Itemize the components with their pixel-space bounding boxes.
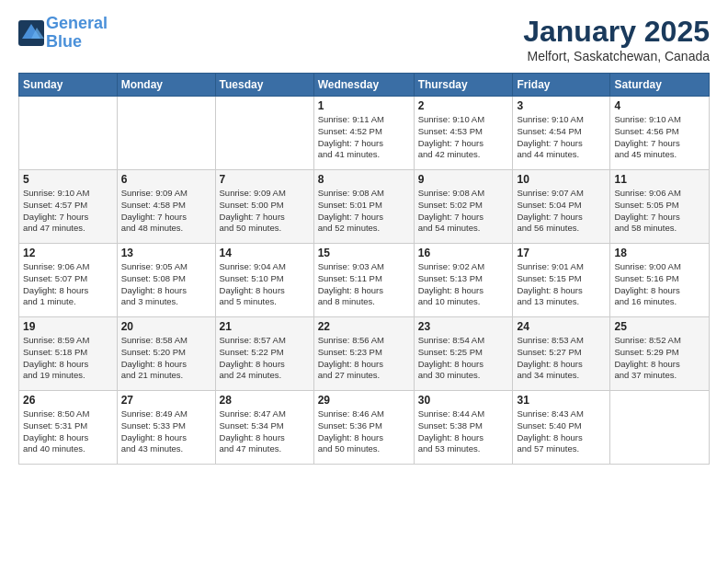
day-info: Sunrise: 9:09 AM Sunset: 5:00 PM Dayligh… [220, 188, 310, 235]
weekday-header-sunday: Sunday [19, 74, 118, 97]
day-info: Sunrise: 8:54 AM Sunset: 5:25 PM Dayligh… [418, 335, 509, 382]
day-info: Sunrise: 8:49 AM Sunset: 5:33 PM Dayligh… [121, 408, 211, 455]
day-info: Sunrise: 9:10 AM Sunset: 4:54 PM Dayligh… [517, 114, 606, 161]
day-number: 4 [614, 99, 705, 112]
calendar-cell [117, 97, 215, 170]
calendar-cell: 28Sunrise: 8:47 AM Sunset: 5:34 PM Dayli… [215, 391, 313, 465]
calendar-cell: 26Sunrise: 8:50 AM Sunset: 5:31 PM Dayli… [19, 391, 118, 465]
calendar-cell: 18Sunrise: 9:00 AM Sunset: 5:16 PM Dayli… [610, 244, 710, 317]
day-number: 18 [614, 247, 705, 259]
day-info: Sunrise: 9:10 AM Sunset: 4:57 PM Dayligh… [23, 188, 113, 235]
day-number: 20 [121, 320, 211, 333]
calendar-cell: 23Sunrise: 8:54 AM Sunset: 5:25 PM Dayli… [414, 317, 513, 391]
calendar-cell [19, 97, 118, 170]
calendar-cell: 2Sunrise: 9:10 AM Sunset: 4:53 PM Daylig… [414, 97, 513, 170]
calendar-table: SundayMondayTuesdayWednesdayThursdayFrid… [18, 73, 710, 465]
day-info: Sunrise: 8:53 AM Sunset: 5:27 PM Dayligh… [517, 335, 606, 382]
calendar-cell: 24Sunrise: 8:53 AM Sunset: 5:27 PM Dayli… [513, 317, 610, 391]
day-info: Sunrise: 9:10 AM Sunset: 4:56 PM Dayligh… [614, 114, 705, 161]
day-number: 21 [220, 320, 310, 333]
day-info: Sunrise: 9:06 AM Sunset: 5:05 PM Dayligh… [614, 188, 705, 235]
day-number: 1 [318, 99, 410, 112]
day-info: Sunrise: 8:47 AM Sunset: 5:34 PM Dayligh… [220, 408, 310, 455]
day-info: Sunrise: 8:56 AM Sunset: 5:23 PM Dayligh… [318, 335, 410, 382]
calendar-cell [610, 391, 710, 465]
day-number: 30 [418, 394, 509, 407]
calendar-cell: 12Sunrise: 9:06 AM Sunset: 5:07 PM Dayli… [19, 244, 118, 317]
day-number: 24 [517, 320, 606, 333]
day-number: 8 [318, 173, 410, 186]
week-row-4: 19Sunrise: 8:59 AM Sunset: 5:18 PM Dayli… [19, 317, 710, 391]
weekday-header-monday: Monday [117, 74, 215, 97]
day-info: Sunrise: 8:52 AM Sunset: 5:29 PM Dayligh… [614, 335, 705, 382]
day-info: Sunrise: 9:03 AM Sunset: 5:11 PM Dayligh… [318, 261, 410, 308]
calendar-cell: 27Sunrise: 8:49 AM Sunset: 5:33 PM Dayli… [117, 391, 215, 465]
day-number: 23 [418, 320, 509, 333]
calendar-cell: 11Sunrise: 9:06 AM Sunset: 5:05 PM Dayli… [610, 170, 710, 244]
calendar-cell: 9Sunrise: 9:08 AM Sunset: 5:02 PM Daylig… [414, 170, 513, 244]
day-number: 11 [614, 173, 705, 186]
day-info: Sunrise: 9:11 AM Sunset: 4:52 PM Dayligh… [318, 114, 410, 161]
calendar-cell: 4Sunrise: 9:10 AM Sunset: 4:56 PM Daylig… [610, 97, 710, 170]
logo-icon [18, 20, 44, 46]
month-title: January 2025 [523, 15, 710, 49]
title-area: January 2025 Melfort, Saskatchewan, Cana… [523, 15, 710, 63]
day-number: 3 [517, 99, 606, 112]
calendar-cell: 10Sunrise: 9:07 AM Sunset: 5:04 PM Dayli… [513, 170, 610, 244]
day-info: Sunrise: 9:04 AM Sunset: 5:10 PM Dayligh… [220, 261, 310, 308]
day-number: 14 [220, 247, 310, 259]
weekday-header-wednesday: Wednesday [313, 74, 414, 97]
day-info: Sunrise: 8:59 AM Sunset: 5:18 PM Dayligh… [23, 335, 113, 382]
day-number: 2 [418, 99, 509, 112]
day-info: Sunrise: 9:00 AM Sunset: 5:16 PM Dayligh… [614, 261, 705, 308]
weekday-header-saturday: Saturday [610, 74, 710, 97]
day-info: Sunrise: 8:58 AM Sunset: 5:20 PM Dayligh… [121, 335, 211, 382]
day-info: Sunrise: 9:01 AM Sunset: 5:15 PM Dayligh… [517, 261, 606, 308]
calendar-cell: 16Sunrise: 9:02 AM Sunset: 5:13 PM Dayli… [414, 244, 513, 317]
weekday-header-thursday: Thursday [414, 74, 513, 97]
week-row-1: 1Sunrise: 9:11 AM Sunset: 4:52 PM Daylig… [19, 97, 710, 170]
day-number: 27 [121, 394, 211, 407]
calendar-cell: 25Sunrise: 8:52 AM Sunset: 5:29 PM Dayli… [610, 317, 710, 391]
day-number: 6 [121, 173, 211, 186]
day-info: Sunrise: 9:10 AM Sunset: 4:53 PM Dayligh… [418, 114, 509, 161]
day-number: 5 [23, 173, 113, 186]
day-info: Sunrise: 8:43 AM Sunset: 5:40 PM Dayligh… [517, 408, 606, 455]
day-number: 17 [517, 247, 606, 259]
weekday-header-friday: Friday [513, 74, 610, 97]
calendar-cell: 20Sunrise: 8:58 AM Sunset: 5:20 PM Dayli… [117, 317, 215, 391]
logo: General Blue [18, 15, 108, 52]
day-number: 29 [318, 394, 410, 407]
day-info: Sunrise: 8:44 AM Sunset: 5:38 PM Dayligh… [418, 408, 509, 455]
day-info: Sunrise: 8:46 AM Sunset: 5:36 PM Dayligh… [318, 408, 410, 455]
day-info: Sunrise: 8:50 AM Sunset: 5:31 PM Dayligh… [23, 408, 113, 455]
day-info: Sunrise: 9:06 AM Sunset: 5:07 PM Dayligh… [23, 261, 113, 308]
calendar-cell: 5Sunrise: 9:10 AM Sunset: 4:57 PM Daylig… [19, 170, 118, 244]
day-info: Sunrise: 9:02 AM Sunset: 5:13 PM Dayligh… [418, 261, 509, 308]
calendar-cell: 29Sunrise: 8:46 AM Sunset: 5:36 PM Dayli… [313, 391, 414, 465]
day-number: 26 [23, 394, 113, 407]
day-number: 25 [614, 320, 705, 333]
calendar-cell: 1Sunrise: 9:11 AM Sunset: 4:52 PM Daylig… [313, 97, 414, 170]
calendar-cell: 17Sunrise: 9:01 AM Sunset: 5:15 PM Dayli… [513, 244, 610, 317]
header: General Blue January 2025 Melfort, Saska… [18, 15, 710, 63]
calendar-cell: 6Sunrise: 9:09 AM Sunset: 4:58 PM Daylig… [117, 170, 215, 244]
calendar-cell: 15Sunrise: 9:03 AM Sunset: 5:11 PM Dayli… [313, 244, 414, 317]
calendar-cell: 7Sunrise: 9:09 AM Sunset: 5:00 PM Daylig… [215, 170, 313, 244]
day-number: 15 [318, 247, 410, 259]
weekday-header-row: SundayMondayTuesdayWednesdayThursdayFrid… [19, 74, 710, 97]
day-number: 10 [517, 173, 606, 186]
week-row-5: 26Sunrise: 8:50 AM Sunset: 5:31 PM Dayli… [19, 391, 710, 465]
day-info: Sunrise: 8:57 AM Sunset: 5:22 PM Dayligh… [220, 335, 310, 382]
weekday-header-tuesday: Tuesday [215, 74, 313, 97]
day-number: 13 [121, 247, 211, 259]
week-row-2: 5Sunrise: 9:10 AM Sunset: 4:57 PM Daylig… [19, 170, 710, 244]
calendar-cell: 13Sunrise: 9:05 AM Sunset: 5:08 PM Dayli… [117, 244, 215, 317]
day-number: 9 [418, 173, 509, 186]
week-row-3: 12Sunrise: 9:06 AM Sunset: 5:07 PM Dayli… [19, 244, 710, 317]
day-number: 31 [517, 394, 606, 407]
calendar-cell: 19Sunrise: 8:59 AM Sunset: 5:18 PM Dayli… [19, 317, 118, 391]
page: General Blue January 2025 Melfort, Saska… [0, 0, 728, 563]
calendar-cell: 14Sunrise: 9:04 AM Sunset: 5:10 PM Dayli… [215, 244, 313, 317]
calendar-cell: 30Sunrise: 8:44 AM Sunset: 5:38 PM Dayli… [414, 391, 513, 465]
